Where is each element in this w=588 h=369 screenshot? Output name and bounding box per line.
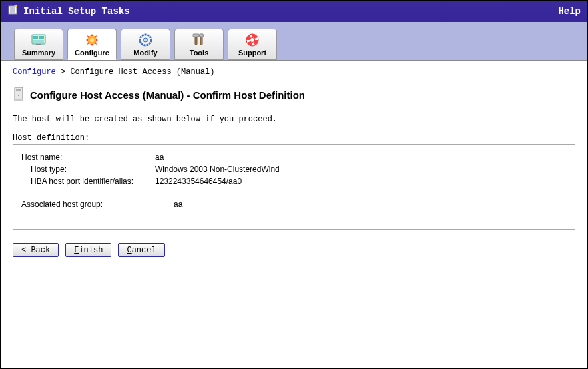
- svg-point-10: [90, 38, 94, 42]
- def-value: aa: [155, 151, 164, 163]
- tab-label: Support: [238, 49, 266, 57]
- breadcrumb-root-link[interactable]: Configure: [13, 67, 56, 77]
- section-label: Host definition:: [13, 133, 575, 143]
- def-row-hostname: Host name: aa: [21, 151, 567, 163]
- def-label: Host type:: [21, 163, 155, 175]
- svg-rect-21: [14, 99, 23, 101]
- page-heading: Configure Host Access (Manual) - Confirm…: [13, 86, 575, 104]
- tab-label: Configure: [75, 49, 109, 57]
- intro-text: The host will be created as shown below …: [13, 115, 575, 124]
- svg-rect-8: [36, 44, 41, 45]
- def-row-hosttype: Host type: Windows 2003 Non-ClusteredWin…: [21, 163, 567, 175]
- svg-point-12: [143, 38, 148, 42]
- back-button[interactable]: < Back: [13, 243, 59, 257]
- support-icon: [244, 33, 260, 47]
- host-definition-box: Host name: aa Host type: Windows 2003 No…: [13, 144, 575, 230]
- svg-point-20: [18, 95, 19, 96]
- tools-icon: [191, 33, 207, 47]
- def-row-assoc-group: Associated host group: aa: [21, 198, 567, 210]
- tab-label: Tools: [190, 49, 209, 57]
- def-value: Windows 2003 Non-ClusteredWind: [155, 163, 280, 175]
- def-label: Host name:: [21, 151, 155, 163]
- svg-rect-7: [33, 40, 44, 43]
- page-title: Configure Host Access (Manual) - Confirm…: [30, 89, 305, 101]
- def-label: HBA host port identifier/alias:: [21, 175, 155, 188]
- tab-label: Summary: [22, 49, 55, 57]
- svg-rect-6: [39, 36, 44, 39]
- def-row-hba: HBA host port identifier/alias: 12322433…: [21, 175, 567, 188]
- tab-configure[interactable]: Configure: [67, 29, 117, 60]
- modify-icon: [137, 33, 154, 47]
- finish-button[interactable]: Finish: [65, 243, 111, 257]
- tab-strip: Summary Configure Modify: [1, 22, 587, 61]
- content-area: Configure > Configure Host Access (Manua…: [1, 61, 587, 368]
- svg-rect-19: [16, 89, 21, 91]
- breadcrumb: Configure > Configure Host Access (Manua…: [13, 67, 575, 77]
- def-value: 1232243354646454/aa0: [155, 175, 242, 188]
- svg-point-17: [250, 37, 255, 42]
- breadcrumb-current: Configure Host Access (Manual): [70, 67, 214, 77]
- breadcrumb-separator: >: [61, 67, 65, 77]
- title-bar: Initial Setup Tasks Help: [1, 1, 587, 22]
- tab-support[interactable]: Support: [228, 29, 277, 60]
- def-value: aa: [155, 198, 182, 210]
- svg-rect-5: [33, 36, 38, 39]
- tab-modify[interactable]: Modify: [121, 29, 170, 60]
- host-icon: [13, 86, 25, 104]
- tab-tools[interactable]: Tools: [174, 29, 224, 60]
- configure-icon: [84, 33, 100, 47]
- def-label: Associated host group:: [21, 198, 155, 210]
- app-icon: [7, 4, 19, 19]
- tab-summary[interactable]: Summary: [14, 29, 63, 60]
- tab-label: Modify: [133, 49, 157, 57]
- button-row: < Back Finish Cancel: [13, 243, 575, 257]
- svg-rect-14: [193, 34, 199, 37]
- window-title: Initial Setup Tasks: [23, 6, 130, 17]
- summary-icon: [31, 33, 47, 47]
- help-menu[interactable]: Help: [558, 6, 581, 17]
- cancel-button[interactable]: Cancel: [118, 243, 164, 257]
